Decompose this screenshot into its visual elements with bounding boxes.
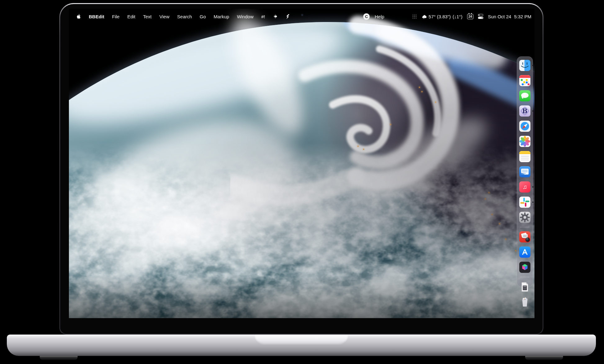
menu-text[interactable]: Text	[143, 14, 152, 19]
toggles-menu-extra[interactable]	[478, 14, 483, 19]
dock: B	[517, 56, 533, 287]
music-note-glyph: ♫	[523, 184, 527, 190]
apple-icon	[76, 14, 81, 19]
running-indicator	[532, 65, 534, 66]
chat-bubble-tail	[521, 96, 523, 99]
dock-icon-music[interactable]: ♫	[519, 181, 530, 193]
lid-thumb-scoop	[254, 335, 349, 345]
menu-bar-status-area: 57° (3.83") (↓1°) 24 Sun Oct 24 5:32 PM	[412, 14, 531, 19]
dock-icon-document[interactable]	[519, 281, 530, 292]
menu-markup[interactable]: Markup	[214, 14, 229, 19]
notes-yellow-header	[519, 151, 530, 154]
running-indicator	[532, 110, 534, 112]
webcam	[301, 14, 304, 16]
running-indicator	[532, 186, 534, 188]
switch-icon	[478, 14, 483, 16]
clippings-menu[interactable]	[273, 14, 278, 19]
weather-delta: (↓1°)	[453, 14, 462, 19]
mail-fold	[521, 173, 525, 175]
menu-file[interactable]: File	[112, 14, 119, 19]
dock-icon-mail[interactable]	[519, 166, 530, 177]
dock-icon-app-store[interactable]	[519, 246, 530, 258]
menu-help[interactable]: Help	[375, 14, 384, 19]
screen: BBEdit File Edit Text View Search Go Mar…	[69, 9, 534, 318]
dock-divider	[520, 227, 530, 227]
clock-date: Sun Oct 24	[488, 14, 511, 19]
dock-divider	[520, 277, 530, 277]
dot-grid-icon[interactable]	[412, 14, 417, 19]
macbook-base	[7, 335, 596, 356]
clock-time: 5:32 PM	[514, 14, 531, 19]
dock-icon-finder[interactable]	[519, 60, 530, 71]
menu-edit[interactable]: Edit	[127, 14, 135, 19]
bbedit-letter: B	[522, 107, 528, 115]
weather-menu-extra[interactable]: 57° (3.83") (↓1°)	[421, 14, 462, 19]
script-lightning-icon	[286, 14, 290, 19]
dock-icon-safari[interactable]	[519, 121, 530, 132]
dock-icon-photo-app[interactable]	[519, 231, 530, 242]
scripts-menu[interactable]	[286, 14, 290, 19]
switch-icon	[478, 17, 483, 19]
rain-cloud-icon	[421, 14, 427, 19]
vignette	[69, 9, 534, 318]
dock-icon-cube-app[interactable]	[519, 262, 530, 273]
menu-search[interactable]: Search	[177, 14, 192, 19]
menu-shebang[interactable]: #!	[261, 14, 265, 19]
rubber-foot	[525, 356, 563, 360]
running-indicator	[532, 202, 534, 203]
menu-bar: BBEdit File Edit Text View Search Go Mar…	[69, 9, 534, 24]
dock-icon-calendar[interactable]	[519, 75, 530, 86]
menu-app-name[interactable]: BBEdit	[89, 14, 104, 19]
dock-icon-bbedit[interactable]: B	[519, 105, 530, 117]
circled-c-menu-icon[interactable]: C	[363, 13, 370, 20]
dock-icon-notes[interactable]	[519, 151, 530, 162]
menu-window[interactable]: Window	[237, 14, 253, 19]
rubber-foot	[40, 356, 78, 360]
camera-lens-badge	[525, 237, 530, 242]
menu-go[interactable]: Go	[200, 14, 206, 19]
menu-view[interactable]: View	[160, 14, 169, 19]
screen-bezel: BBEdit File Edit Text View Search Go Mar…	[60, 4, 543, 334]
menu-bar-clock[interactable]: Sun Oct 24 5:32 PM	[488, 14, 531, 19]
gear-icon	[519, 212, 530, 223]
clippings-diamond-icon	[273, 14, 278, 19]
dock-icon-system-preferences[interactable]	[519, 212, 530, 223]
dock-icon-slack[interactable]	[519, 197, 530, 208]
desktop-wallpaper	[69, 9, 534, 318]
macbook-lid: BBEdit File Edit Text View Search Go Mar…	[59, 3, 543, 335]
weather-text: 57° (3.83")	[429, 14, 451, 19]
dock-icon-photos[interactable]	[519, 136, 530, 147]
calendar-menu-extra[interactable]: 24	[467, 14, 473, 19]
dock-icon-trash[interactable]	[519, 296, 530, 308]
calendar-red-header	[519, 75, 530, 78]
apple-menu[interactable]	[76, 14, 81, 19]
dock-icon-messages[interactable]	[519, 90, 530, 101]
